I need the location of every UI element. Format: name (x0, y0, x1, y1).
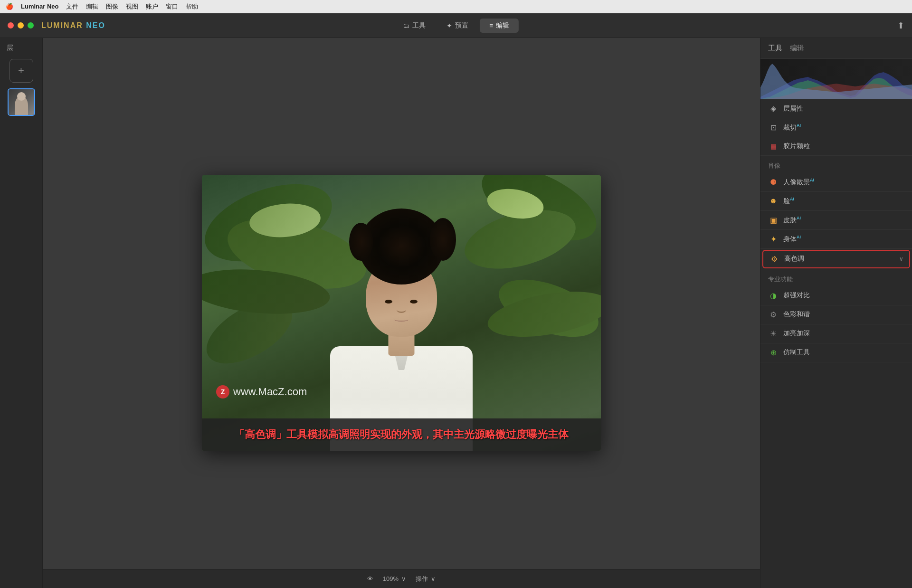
bottom-toolbar: 👁 109% ∨ 操作 ∨ (43, 569, 760, 588)
high-key-icon: ⚙ (769, 255, 779, 264)
photo-background: Z www.MacZ.com (202, 175, 601, 451)
menu-account[interactable]: 账户 (146, 2, 158, 11)
color-harmony-icon: ⚙ (768, 310, 779, 319)
ops-control[interactable]: 操作 ∨ (416, 575, 436, 583)
layer-thumbnail[interactable] (8, 88, 35, 116)
layer-thumb-image (9, 89, 34, 115)
subtitle-text: 「高色调」工具模拟高调照明实现的外观，其中主光源略微过度曝光主体 (234, 427, 569, 442)
tool-skin[interactable]: ▣ 皮肤AI (760, 211, 912, 230)
film-grain-icon: ▦ (768, 142, 779, 150)
watermark-text: www.MacZ.com (233, 386, 307, 398)
menu-help[interactable]: 帮助 (186, 2, 198, 11)
ops-chevron-icon: ∨ (431, 575, 436, 582)
skin-ai-badge: AI (797, 216, 801, 220)
app-logo: LUMINAR NEO (41, 21, 105, 30)
photo-container: Z www.MacZ.com 「高色调」工具模拟高调照明实现的外观，其中主光源略… (202, 175, 601, 451)
pro-section-header: 专业功能 (760, 269, 912, 286)
eye-icon: 👁 (367, 575, 373, 582)
main-layout: 层 + (0, 38, 912, 588)
app-name[interactable]: Luminar Neo (21, 3, 58, 10)
watermark-icon: Z (216, 385, 229, 398)
menu-image[interactable]: 图像 (106, 2, 118, 11)
crop-icon: ⊡ (768, 123, 779, 132)
catalog-button[interactable]: 🗂 工具 (393, 19, 435, 33)
menu-view[interactable]: 视图 (126, 2, 138, 11)
eye-button[interactable]: 👁 (367, 575, 373, 582)
body-icon: ✦ (768, 235, 779, 244)
watermark: Z www.MacZ.com (216, 385, 307, 398)
tool-bokeh[interactable]: ⚈ 人像散景AI (760, 173, 912, 192)
tool-face[interactable]: ☻ 脸AI (760, 192, 912, 211)
maximize-button[interactable] (28, 22, 34, 28)
tool-body[interactable]: ✦ 身体AI (760, 230, 912, 249)
zoom-chevron-icon: ∨ (401, 575, 406, 582)
titlebar-nav: 🗂 工具 ✦ 预置 ≡ 编辑 (393, 19, 519, 33)
tool-clone[interactable]: ⊕ 仿制工具 (760, 343, 912, 362)
bokeh-label: 人像散景AI (783, 178, 904, 187)
folder-icon: 🗂 (403, 22, 409, 29)
super-contrast-icon: ◑ (768, 291, 779, 300)
hair (359, 209, 444, 285)
color-harmony-label: 色彩和谐 (783, 310, 904, 319)
zoom-value: 109% (383, 575, 399, 582)
add-layer-button[interactable]: + (10, 59, 33, 83)
dodge-burn-icon: ☀ (768, 329, 779, 338)
zoom-control[interactable]: 109% ∨ (383, 575, 406, 582)
traffic-lights (8, 22, 34, 28)
bokeh-ai-badge: AI (810, 178, 814, 182)
menu-file[interactable]: 文件 (66, 2, 78, 11)
face-label: 脸AI (783, 197, 904, 206)
person (302, 223, 501, 451)
tab-tools[interactable]: 工具 (768, 44, 782, 55)
presets-label: 预置 (455, 21, 468, 30)
high-key-label: 高色调 (784, 255, 894, 263)
skin-icon: ▣ (768, 216, 779, 225)
edit-button[interactable]: ≡ 编辑 (480, 19, 519, 33)
edit-label: 编辑 (496, 21, 509, 30)
high-key-chevron-icon: ∨ (899, 256, 903, 262)
layers-title: 层 (0, 44, 13, 52)
tool-dodge-burn[interactable]: ☀ 加亮加深 (760, 324, 912, 343)
menubar: 🍎 Luminar Neo 文件 编辑 图像 视图 账户 窗口 帮助 (0, 0, 912, 13)
tab-edit[interactable]: 编辑 (790, 44, 804, 55)
clone-icon: ⊕ (768, 348, 779, 357)
tool-film-grain[interactable]: ▦ 胶片颗粒 (760, 137, 912, 156)
menu-edit[interactable]: 编辑 (86, 2, 98, 11)
canvas-area: Z www.MacZ.com 「高色调」工具模拟高调照明实现的外观，其中主光源略… (43, 38, 760, 588)
eye-left (385, 300, 392, 303)
histogram-svg (760, 59, 912, 99)
face-ai-badge: AI (790, 197, 794, 201)
subtitle-bar: 「高色调」工具模拟高调照明实现的外观，其中主光源略微过度曝光主体 (202, 418, 601, 451)
clone-label: 仿制工具 (783, 348, 904, 357)
ops-label: 操作 (416, 575, 428, 583)
mouth (394, 318, 408, 322)
crop-label: 裁切AI (783, 123, 904, 132)
dodge-burn-label: 加亮加深 (783, 329, 904, 338)
layer-props-label: 层属性 (783, 104, 904, 113)
presets-button[interactable]: ✦ 预置 (437, 19, 478, 33)
catalog-label: 工具 (412, 21, 426, 30)
magic-icon: ✦ (446, 22, 452, 29)
tool-super-contrast[interactable]: ◑ 超强对比 (760, 286, 912, 305)
share-button[interactable]: ⬆ (897, 20, 904, 31)
body-ai-badge: AI (797, 235, 801, 239)
tool-color-harmony[interactable]: ⚙ 色彩和谐 (760, 305, 912, 324)
logo-text: LUMINAR NEO (41, 21, 105, 30)
body-label: 身体AI (783, 235, 904, 244)
left-sidebar: 层 + (0, 38, 43, 588)
face-icon: ☻ (768, 197, 779, 205)
skin-label: 皮肤AI (783, 216, 904, 225)
crop-ai-badge: AI (797, 123, 801, 128)
bokeh-icon: ⚈ (768, 178, 779, 187)
tool-layer-props[interactable]: ◈ 层属性 (760, 99, 912, 118)
tool-high-key[interactable]: ⚙ 高色调 ∨ (762, 250, 910, 268)
menu-window[interactable]: 窗口 (166, 2, 178, 11)
tool-crop[interactable]: ⊡ 裁切AI (760, 118, 912, 137)
nose (397, 306, 406, 313)
super-contrast-label: 超强对比 (783, 291, 904, 300)
titlebar: LUMINAR NEO 🗂 工具 ✦ 预置 ≡ 编辑 ⬆ (0, 13, 912, 38)
minimize-button[interactable] (18, 22, 24, 28)
portrait-section-header: 肖像 (760, 156, 912, 173)
close-button[interactable] (8, 22, 14, 28)
apple-menu[interactable]: 🍎 (6, 3, 13, 10)
